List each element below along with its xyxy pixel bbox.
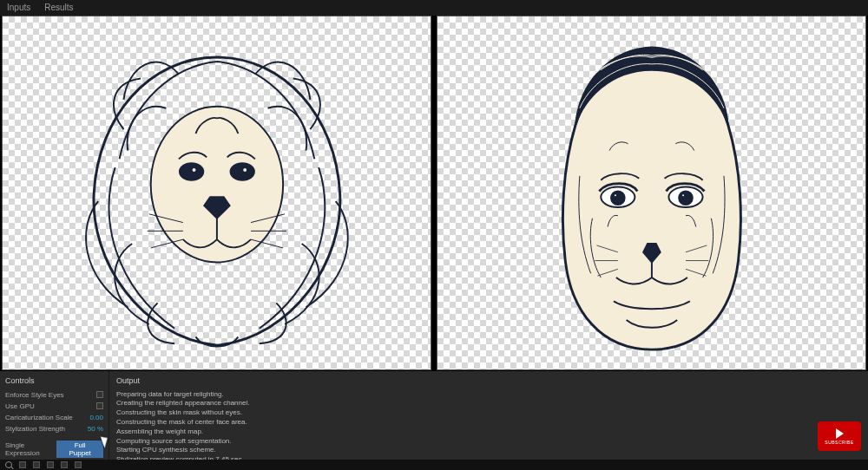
output-log: Preparing data for target relighting. Cr… [116,390,861,465]
control-caricaturization-scale[interactable]: Caricaturization Scale 0.00 [5,413,103,422]
top-tab-bar: Inputs Results [0,0,868,16]
control-label: Use GPU [5,402,35,410]
controls-panel: Controls Enforce Style Eyes Use GPU Cari… [0,371,108,470]
controls-title: Controls [5,376,103,385]
taskbar-app-icon[interactable] [47,461,54,468]
full-puppet-button[interactable]: Full Puppet [56,441,103,458]
log-line: Preparing data for target relighting. [116,390,861,400]
svg-point-8 [679,191,693,205]
svg-point-10 [681,193,685,197]
canvas-row [0,16,868,370]
play-icon [836,428,844,439]
control-stylization-strength[interactable]: Stylization Strength 50 % [5,424,103,434]
mode-row: Single Expression Full Puppet [5,441,103,458]
control-label: Caricaturization Scale [5,414,73,421]
lion-illustration [3,16,431,369]
search-icon[interactable] [5,461,12,468]
svg-point-9 [614,193,617,197]
windows-taskbar[interactable] [0,460,868,470]
output-title: Output [116,376,861,385]
subscribe-label: SUBSCRIBE [825,440,853,445]
youtube-subscribe-badge[interactable]: SUBSCRIBE [818,421,861,451]
taskbar-app-icon[interactable] [75,461,82,468]
control-value: 0.00 [89,414,103,421]
checkbox-icon[interactable] [96,391,103,398]
taskbar-app-icon[interactable] [33,461,40,468]
log-line: Constructing the skin mask without eyes. [116,408,861,418]
control-enforce-style-eyes[interactable]: Enforce Style Eyes [5,390,103,400]
svg-point-4 [242,167,247,173]
result-panel[interactable] [437,16,866,370]
style-source-panel[interactable] [2,16,431,370]
taskbar-app-icon[interactable] [19,461,26,468]
tab-results[interactable]: Results [44,3,73,12]
control-label: Enforce Style Eyes [5,391,64,399]
log-line: Computing source soft segmentation. [116,437,861,447]
tab-inputs[interactable]: Inputs [7,3,30,12]
checkbox-icon[interactable] [96,402,103,409]
bottom-panels: Controls Enforce Style Eyes Use GPU Cari… [0,370,868,470]
svg-point-7 [611,191,625,205]
svg-point-3 [191,167,196,173]
control-use-gpu[interactable]: Use GPU [5,401,103,411]
control-label: Stylization Strength [5,425,65,433]
output-panel: Output Preparing data for target relight… [108,371,868,470]
log-line: Assembling the weight map. [116,428,861,437]
stylized-face-illustration [437,16,865,369]
app-window: Inputs Results [0,0,868,470]
log-line: Creating the relighted appearance channe… [116,399,861,408]
log-line: Starting CPU synthesis scheme. [116,446,861,455]
control-value: 50 % [88,425,103,433]
taskbar-app-icon[interactable] [61,461,68,468]
log-line: Constructing the mask of center face are… [116,418,861,428]
mode-label-single-expression[interactable]: Single Expression [5,441,51,457]
